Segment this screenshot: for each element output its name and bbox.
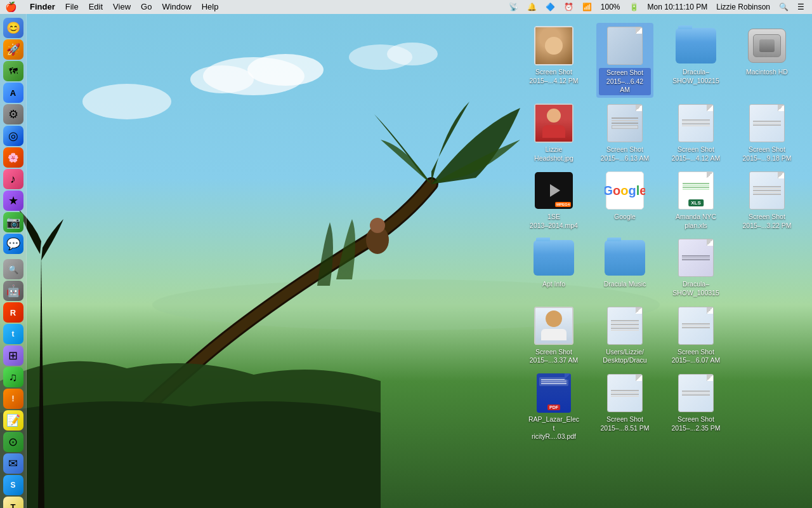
icon-label-screenshot-doc2: Screen Shot2015–...4.12 AM: [672, 145, 720, 163]
time-machine-icon[interactable]: ⏰: [561, 3, 576, 11]
desktop-icon-screenshot-doc1[interactable]: Screen Shot2015–...6.13 AM: [596, 100, 653, 165]
icon-label-screenshot-selected: Screen Shot2015–...6.42 AM: [599, 68, 651, 95]
menu-window[interactable]: Window: [157, 0, 196, 14]
menubar-right: 📡 🔔 🔷 ⏰ 📶 100% 🔋 Mon 10:11:10 PM Lizzie …: [506, 3, 807, 11]
icon-label-screenshot-doc3: Screen Shot2015–...9.18 PM: [742, 145, 791, 163]
bluetooth-icon[interactable]: 🔷: [543, 3, 558, 11]
dock-chrome[interactable]: ⊙: [3, 432, 23, 452]
dock-launchpad[interactable]: 🚀: [3, 39, 23, 60]
desktop-icon-google[interactable]: Google Google: [596, 168, 653, 232]
icon-label-apt-info: Apt Info: [542, 280, 565, 289]
icon-label-dracula-music: Dracula Music: [604, 280, 646, 289]
icon-label-screenshot-person: Screen Shot2015–...3.37 AM: [530, 348, 578, 365]
dock-twitter[interactable]: t: [3, 324, 23, 344]
dock-itunes[interactable]: ♪: [3, 169, 23, 189]
menubar: 🍎 Finder File Edit View Go Window Help 📡…: [0, 0, 812, 14]
icon-label-video: 1SE2013–2014.mp4: [530, 213, 578, 230]
dock-notification[interactable]: !: [3, 389, 23, 409]
icon-label-dracula1: Dracula–SHOW_100215: [672, 68, 719, 85]
wifi-icon[interactable]: 📶: [580, 3, 594, 11]
dock-facetime[interactable]: 📷: [3, 212, 23, 232]
icon-label-screenshot1: Screen Shot2015–...4.12 PM: [529, 68, 578, 85]
desktop-icon-screenshot-doc4[interactable]: Screen Shot2015–...3.22 PM: [738, 168, 796, 232]
dock: 😊 🚀 🗺 A ⚙ ◎ 🌸 ♪ ★ 📷 💬 🔍 🤖 R t ⊞ ♫ ! 📝 ⊙ …: [0, 14, 27, 508]
icon-label-screenshot-doc7: Screen Shot2015–...2.35 PM: [671, 415, 720, 432]
desktop-icon-lizzie-headshot[interactable]: LizzieHeadshot.jpg: [525, 100, 582, 165]
desktop-icon-screenshot-photo1[interactable]: Screen Shot2015–...4.12 PM: [525, 23, 582, 98]
dock-news[interactable]: R: [3, 302, 23, 323]
icon-label-screenshot-doc1: Screen Shot2015–...6.13 AM: [601, 145, 649, 163]
desktop-icon-screenshot-doc7[interactable]: Screen Shot2015–...2.35 PM: [667, 370, 724, 444]
dock-skype[interactable]: S: [3, 475, 23, 495]
desktop-icon-screenshot-doc2[interactable]: Screen Shot2015–...4.12 AM: [667, 100, 724, 165]
notification-center-icon[interactable]: ☰: [795, 3, 807, 11]
menu-file[interactable]: File: [60, 0, 84, 14]
desktop-icon-macintosh-hd[interactable]: Macintosh HD: [738, 23, 796, 98]
menu-help[interactable]: Help: [197, 0, 224, 14]
dock-messages[interactable]: 💬: [3, 234, 23, 254]
icon-label-screenshot-doc6: Screen Shot2015–...8.51 PM: [600, 415, 649, 432]
icon-label-google: Google: [614, 213, 636, 222]
spotlight-icon[interactable]: 🔍: [776, 3, 791, 11]
desktop-icon-dracula-music[interactable]: Dracula Music: [596, 235, 653, 300]
desktop-icon-screenshot-doc6[interactable]: Screen Shot2015–...8.51 PM: [596, 370, 653, 444]
menu-edit[interactable]: Edit: [84, 0, 108, 14]
dock-appstore[interactable]: A: [3, 83, 23, 103]
cast-icon[interactable]: 📡: [506, 3, 521, 11]
dock-photos[interactable]: 🌸: [3, 147, 23, 168]
icon-label-lizzie: LizzieHeadshot.jpg: [534, 145, 573, 163]
menu-view[interactable]: View: [108, 0, 136, 14]
desktop-icon-screenshot-person[interactable]: Screen Shot2015–...3.37 AM: [525, 303, 582, 368]
icon-label-pdf: RAP_Lazar_ElectricityR....03.pdf: [528, 415, 580, 441]
desktop-icon-pdf[interactable]: PDF RAP_Lazar_ElectricityR....03.pdf: [525, 370, 582, 444]
icon-label-users-lizzie: Users/Lizzie/Desktop/Dracu: [603, 348, 646, 365]
desktop-icon-screenshot-selected[interactable]: Screen Shot2015–...6.42 AM: [596, 23, 653, 98]
user-name[interactable]: Lizzie Robinson: [714, 3, 773, 11]
menu-finder[interactable]: Finder: [25, 0, 60, 14]
dock-mail[interactable]: ✉: [3, 453, 23, 474]
notification-icon[interactable]: 🔔: [525, 3, 539, 11]
desktop-icons-area: Screen Shot2015–...4.12 PM Screen Shot20…: [520, 18, 812, 508]
dock-reeder[interactable]: ★: [3, 190, 23, 211]
desktop-icon-dracula-folder1[interactable]: Dracula–SHOW_100215: [667, 23, 724, 98]
clock-display: Mon 10:11:10 PM: [645, 3, 710, 11]
desktop-icon-video[interactable]: MPEG4 1SE2013–2014.mp4: [525, 168, 582, 232]
desktop-icon-screenshot-doc3[interactable]: Screen Shot2015–...9.18 PM: [738, 100, 796, 165]
dock-textedit[interactable]: T: [3, 497, 23, 508]
empty-cell-1: [738, 235, 796, 300]
dock-notes[interactable]: 📝: [3, 410, 23, 431]
dock-safari[interactable]: ◎: [3, 126, 23, 146]
icon-label-screenshot-doc4: Screen Shot2015–...3.22 PM: [742, 213, 791, 230]
desktop-icon-xls[interactable]: XLS Amanda NYCplan.xls: [667, 168, 724, 232]
icon-label-screenshot-doc5: Screen Shot2015–...6.07 AM: [672, 348, 720, 365]
dock-spotlight[interactable]: 🔍: [3, 259, 23, 279]
menu-go[interactable]: Go: [136, 0, 157, 14]
battery-percent: 100%: [598, 3, 623, 11]
desktop-icon-users-lizzie[interactable]: Users/Lizzie/Desktop/Dracu: [596, 303, 653, 368]
desktop-icon-apt-info[interactable]: Apt Info: [525, 235, 582, 300]
battery-icon[interactable]: 🔋: [627, 3, 641, 11]
icon-label-macos-hd: Macintosh HD: [746, 68, 788, 77]
dock-spotify[interactable]: ♫: [3, 367, 23, 387]
icon-label-dracula2: Dracula–SHOW_100315: [672, 280, 719, 297]
desktop-icon-dracula-doc2[interactable]: Dracula–SHOW_100315: [667, 235, 724, 300]
dock-maps[interactable]: 🗺: [3, 61, 23, 81]
icon-label-xls: Amanda NYCplan.xls: [676, 213, 716, 230]
apple-menu[interactable]: 🍎: [5, 1, 17, 13]
desktop-icon-screenshot-doc5[interactable]: Screen Shot2015–...6.07 AM: [667, 303, 724, 368]
dock-automator[interactable]: 🤖: [3, 281, 23, 301]
dock-finder[interactable]: 😊: [3, 18, 23, 38]
empty-cell-2: [738, 303, 796, 368]
dock-system-prefs[interactable]: ⚙: [3, 104, 23, 124]
dock-overflow[interactable]: ⊞: [3, 345, 23, 366]
